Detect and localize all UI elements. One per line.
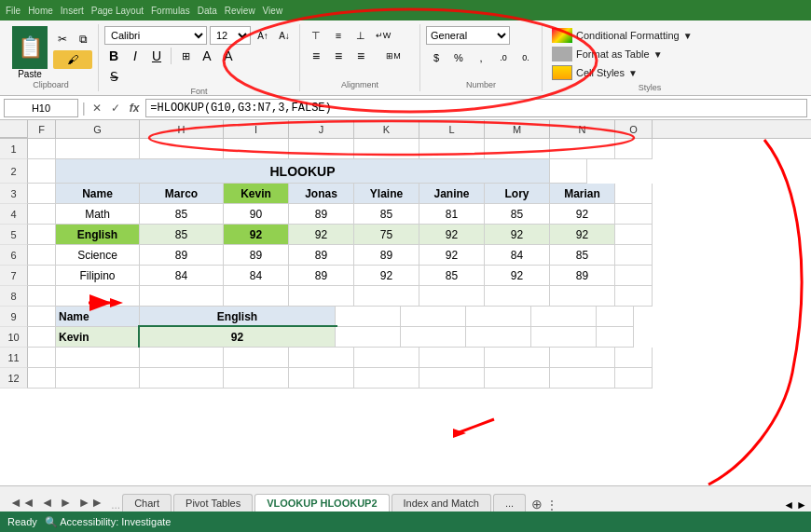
row-6-header[interactable]: 6 (0, 245, 28, 266)
cell-M11[interactable] (485, 348, 550, 368)
cell-H8[interactable] (140, 286, 224, 307)
row-4-header[interactable]: 4 (0, 204, 28, 225)
tab-nav-prev[interactable]: ◄ (39, 493, 56, 512)
cell-J1[interactable] (289, 139, 354, 159)
cell-M8[interactable] (485, 286, 550, 307)
cell-N4[interactable]: 92 (550, 204, 615, 225)
scroll-left-btn[interactable]: ◄ (783, 498, 794, 512)
cell-G9-name[interactable]: Name (56, 307, 140, 327)
col-K[interactable]: K (354, 120, 419, 138)
cell-F3[interactable] (28, 184, 56, 204)
add-sheet-button[interactable]: ⊕ (531, 497, 543, 512)
cell-I5[interactable]: 92 (224, 225, 289, 245)
cell-I12[interactable] (224, 368, 289, 389)
col-O[interactable]: O (615, 120, 653, 138)
fill-color-button[interactable]: A (198, 47, 216, 65)
currency-button[interactable]: $ (426, 48, 447, 67)
cell-O10[interactable] (597, 327, 634, 348)
col-N[interactable]: N (550, 120, 615, 138)
cell-K11[interactable] (354, 348, 419, 368)
cell-J11[interactable] (289, 348, 354, 368)
cell-L1[interactable] (419, 139, 485, 159)
decimal-decrease-button[interactable]: 0. (515, 48, 536, 67)
strikethrough-button[interactable]: S̶ (104, 67, 123, 86)
italic-button[interactable]: I (126, 47, 144, 65)
cell-O9[interactable] (597, 307, 634, 327)
cell-O1[interactable] (615, 139, 653, 159)
cell-L7[interactable]: 85 (419, 266, 485, 286)
bold-button[interactable]: B (104, 47, 123, 65)
cell-I8[interactable] (224, 286, 289, 307)
cell-F2[interactable] (28, 159, 56, 184)
cell-F4[interactable] (28, 204, 56, 225)
enter-button[interactable]: ✓ (108, 102, 123, 115)
col-I[interactable]: I (224, 120, 289, 138)
tab-vlookup-hlookup2[interactable]: VLOOKUP HLOOKUP2 (254, 494, 389, 512)
cell-I1[interactable] (224, 139, 289, 159)
cell-O11[interactable] (615, 348, 653, 368)
cell-O6[interactable] (615, 245, 653, 266)
comma-button[interactable]: , (471, 48, 491, 67)
percent-button[interactable]: % (448, 48, 469, 67)
cell-H3[interactable]: Marco (140, 184, 224, 204)
cell-O8[interactable] (615, 286, 653, 307)
row-12-header[interactable]: 12 (0, 368, 28, 389)
cell-M12[interactable] (485, 368, 550, 389)
cell-M4[interactable]: 85 (485, 204, 550, 225)
cell-M5[interactable]: 92 (485, 225, 550, 245)
font-name-select[interactable]: Calibri (104, 26, 207, 45)
row-11-header[interactable]: 11 (0, 348, 28, 368)
cell-G5-english[interactable]: English (56, 225, 140, 245)
cell-N7[interactable]: 89 (550, 266, 615, 286)
cell-K3[interactable]: Ylaine (354, 184, 419, 204)
cell-H9-english[interactable]: English (140, 307, 336, 327)
col-G[interactable]: G (56, 120, 140, 138)
cell-K1[interactable] (354, 139, 419, 159)
col-J[interactable]: J (289, 120, 354, 138)
col-L[interactable]: L (419, 120, 485, 138)
cell-H10-result[interactable]: 92 (140, 327, 336, 348)
cell-M1[interactable] (485, 139, 550, 159)
cell-O3[interactable] (615, 184, 653, 204)
align-middle-button[interactable]: ≡ (328, 26, 349, 45)
col-M[interactable]: M (485, 120, 550, 138)
insert-menu[interactable]: Insert (61, 6, 84, 16)
cell-M7[interactable]: 92 (485, 266, 550, 286)
cut-button[interactable]: ✂ (53, 30, 72, 48)
tab-nav-next[interactable]: ► (58, 493, 75, 512)
view-menu[interactable]: View (263, 6, 283, 16)
cell-styles-button[interactable]: Cell Styles ▼ (548, 63, 641, 82)
cell-N8[interactable] (550, 286, 615, 307)
cell-H1[interactable] (140, 139, 224, 159)
col-F[interactable]: F (28, 120, 56, 138)
cell-G1[interactable] (56, 139, 140, 159)
cell-F7[interactable] (28, 266, 56, 286)
row-8-header[interactable]: 8 (0, 286, 28, 307)
row-3-header[interactable]: 3 (0, 184, 28, 204)
cell-M3[interactable]: Lory (485, 184, 550, 204)
cell-G12[interactable] (56, 368, 140, 389)
cell-H5[interactable]: 85 (140, 225, 224, 245)
cell-L6[interactable]: 92 (419, 245, 485, 266)
format-painter-button[interactable]: 🖌 (53, 50, 92, 69)
row-2-header[interactable]: 2 (0, 159, 28, 184)
cell-G7[interactable]: Filipino (56, 266, 140, 286)
underline-button[interactable]: U (147, 47, 166, 65)
cell-J8[interactable] (289, 286, 354, 307)
cell-G6[interactable]: Science (56, 245, 140, 266)
tab-nav-first[interactable]: ◄◄ (7, 493, 37, 512)
cell-K4[interactable]: 85 (354, 204, 419, 225)
cell-F12[interactable] (28, 368, 56, 389)
align-center-button[interactable]: ≡ (328, 47, 349, 65)
conditional-formatting-button[interactable]: Conditional Formatting ▼ (548, 26, 696, 45)
cell-N12[interactable] (550, 368, 615, 389)
cell-M9[interactable] (466, 307, 531, 327)
wrap-text-button[interactable]: ↵W (373, 26, 393, 45)
cell-N3[interactable]: Marian (550, 184, 615, 204)
formulas-menu[interactable]: Formulas (151, 6, 190, 16)
cell-N11[interactable] (550, 348, 615, 368)
insert-function-button[interactable]: fx (127, 102, 143, 115)
tab-index-and-match[interactable]: Index and Match (392, 494, 491, 512)
cell-I4[interactable]: 90 (224, 204, 289, 225)
cell-N6[interactable]: 85 (550, 245, 615, 266)
